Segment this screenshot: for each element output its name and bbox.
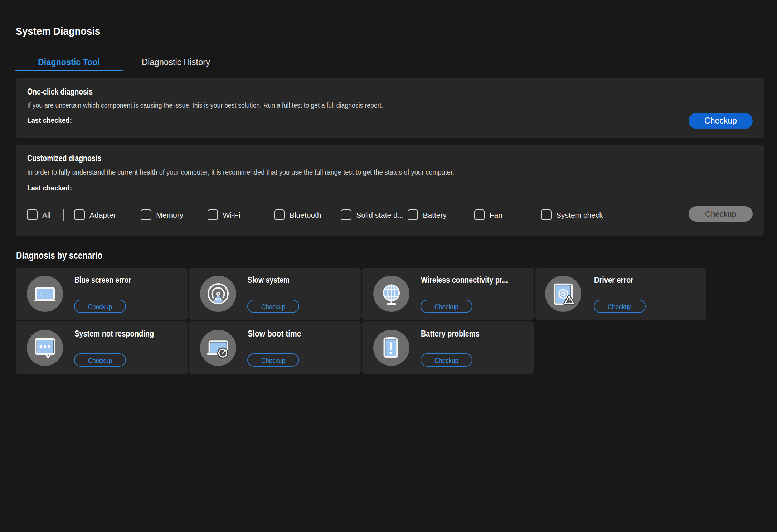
svg-text::(: :( <box>40 291 43 297</box>
